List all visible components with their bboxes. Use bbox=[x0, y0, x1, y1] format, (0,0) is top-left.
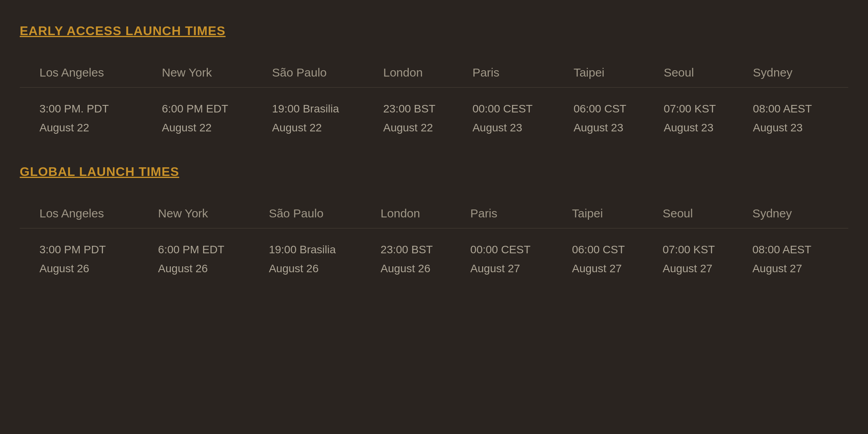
early-access-header-row: Los Angeles New York São Paulo London Pa… bbox=[20, 58, 848, 88]
date-sp-early: August 22 bbox=[272, 122, 322, 134]
global-data-row: 3:00 PM PDT August 26 6:00 PM EDT August… bbox=[20, 228, 848, 282]
time-seoul-early: 07:00 KST bbox=[664, 103, 716, 115]
cell-london-global: 23:00 BST August 26 bbox=[377, 228, 466, 282]
date-paris-global: August 27 bbox=[470, 262, 520, 275]
cell-sp-global: 19:00 Brasilia August 26 bbox=[265, 228, 376, 282]
cell-sydney-global: 08:00 AEST August 27 bbox=[748, 228, 848, 282]
col-header-la-early: Los Angeles bbox=[20, 58, 158, 88]
cell-sp-early: 19:00 Brasilia August 22 bbox=[268, 88, 380, 141]
col-header-ny-global: New York bbox=[154, 199, 265, 228]
date-la-global: August 26 bbox=[39, 262, 89, 275]
col-header-london-global: London bbox=[377, 199, 466, 228]
cell-taipei-global: 06:00 CST August 27 bbox=[568, 228, 659, 282]
cell-london-early: 23:00 BST August 22 bbox=[379, 88, 468, 141]
time-seoul-global: 07:00 KST bbox=[662, 243, 715, 256]
date-taipei-global: August 27 bbox=[572, 262, 622, 275]
col-header-sp-global: São Paulo bbox=[265, 199, 376, 228]
cell-taipei-early: 06:00 CST August 23 bbox=[570, 88, 660, 141]
cell-sydney-early: 08:00 AEST August 23 bbox=[749, 88, 848, 141]
col-header-sydney-early: Sydney bbox=[749, 58, 848, 88]
cell-la-early: 3:00 PM. PDT August 22 bbox=[20, 88, 158, 141]
date-sydney-early: August 23 bbox=[753, 122, 803, 134]
date-taipei-early: August 23 bbox=[574, 122, 623, 134]
early-access-section: EARLY ACCESS LAUNCH TIMES Los Angeles Ne… bbox=[20, 24, 848, 141]
cell-paris-early: 00:00 CEST August 23 bbox=[468, 88, 569, 141]
date-sp-global: August 26 bbox=[269, 262, 318, 275]
col-header-paris-early: Paris bbox=[468, 58, 569, 88]
date-ny-early: August 22 bbox=[162, 122, 211, 134]
global-launch-title: GLOBAL LAUNCH TIMES bbox=[20, 165, 848, 179]
date-ny-global: August 26 bbox=[158, 262, 208, 275]
date-paris-early: August 23 bbox=[472, 122, 522, 134]
time-sydney-early: 08:00 AEST bbox=[753, 103, 812, 115]
date-london-global: August 26 bbox=[381, 262, 430, 275]
date-sydney-global: August 27 bbox=[752, 262, 802, 275]
date-seoul-early: August 23 bbox=[664, 122, 713, 134]
time-paris-early: 00:00 CEST bbox=[472, 103, 533, 115]
col-header-paris-global: Paris bbox=[466, 199, 568, 228]
col-header-taipei-global: Taipei bbox=[568, 199, 659, 228]
time-london-early: 23:00 BST bbox=[383, 103, 435, 115]
cell-ny-early: 6:00 PM EDT August 22 bbox=[158, 88, 268, 141]
global-header-row: Los Angeles New York São Paulo London Pa… bbox=[20, 199, 848, 228]
cell-ny-global: 6:00 PM EDT August 26 bbox=[154, 228, 265, 282]
col-header-ny-early: New York bbox=[158, 58, 268, 88]
date-seoul-global: August 27 bbox=[662, 262, 712, 275]
cell-la-global: 3:00 PM PDT August 26 bbox=[20, 228, 154, 282]
col-header-sydney-global: Sydney bbox=[748, 199, 848, 228]
time-taipei-early: 06:00 CST bbox=[574, 103, 627, 115]
col-header-taipei-early: Taipei bbox=[570, 58, 660, 88]
time-ny-early: 6:00 PM EDT bbox=[162, 103, 228, 115]
date-london-early: August 22 bbox=[383, 122, 433, 134]
time-ny-global: 6:00 PM EDT bbox=[158, 243, 224, 256]
global-launch-table: Los Angeles New York São Paulo London Pa… bbox=[20, 199, 848, 282]
cell-seoul-early: 07:00 KST August 23 bbox=[660, 88, 749, 141]
time-sp-global: 19:00 Brasilia bbox=[269, 243, 336, 256]
time-la-global: 3:00 PM PDT bbox=[39, 243, 106, 256]
col-header-seoul-early: Seoul bbox=[660, 58, 749, 88]
time-taipei-global: 06:00 CST bbox=[572, 243, 625, 256]
time-paris-global: 00:00 CEST bbox=[470, 243, 531, 256]
time-sydney-global: 08:00 AEST bbox=[752, 243, 811, 256]
col-header-london-early: London bbox=[379, 58, 468, 88]
early-access-title: EARLY ACCESS LAUNCH TIMES bbox=[20, 24, 848, 38]
time-sp-early: 19:00 Brasilia bbox=[272, 103, 339, 115]
early-access-data-row: 3:00 PM. PDT August 22 6:00 PM EDT Augus… bbox=[20, 88, 848, 141]
cell-seoul-global: 07:00 KST August 27 bbox=[658, 228, 748, 282]
cell-paris-global: 00:00 CEST August 27 bbox=[466, 228, 568, 282]
time-london-global: 23:00 BST bbox=[381, 243, 433, 256]
date-la-early: August 22 bbox=[39, 122, 89, 134]
global-launch-section: GLOBAL LAUNCH TIMES Los Angeles New York… bbox=[20, 165, 848, 282]
col-header-la-global: Los Angeles bbox=[20, 199, 154, 228]
early-access-table: Los Angeles New York São Paulo London Pa… bbox=[20, 58, 848, 141]
time-la-early: 3:00 PM. PDT bbox=[39, 103, 109, 115]
col-header-seoul-global: Seoul bbox=[658, 199, 748, 228]
col-header-sp-early: São Paulo bbox=[268, 58, 380, 88]
